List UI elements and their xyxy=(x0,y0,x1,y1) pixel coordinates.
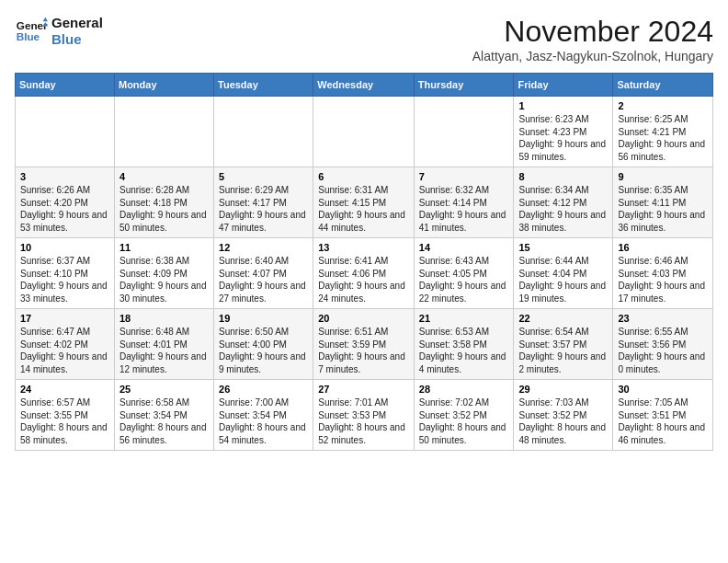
day-info: Sunrise: 6:55 AMSunset: 3:56 PMDaylight:… xyxy=(618,326,708,375)
weekday-header-sunday: Sunday xyxy=(16,74,115,97)
week-row-3: 10Sunrise: 6:37 AMSunset: 4:10 PMDayligh… xyxy=(16,238,713,309)
calendar-cell: 27Sunrise: 7:01 AMSunset: 3:53 PMDayligh… xyxy=(313,380,415,451)
day-number: 5 xyxy=(219,171,308,182)
calendar-cell xyxy=(16,97,115,167)
day-number: 13 xyxy=(318,242,409,253)
day-info: Sunrise: 6:46 AMSunset: 4:03 PMDaylight:… xyxy=(618,255,708,304)
calendar-cell: 1Sunrise: 6:23 AMSunset: 4:23 PMDaylight… xyxy=(514,97,613,167)
day-info: Sunrise: 7:05 AMSunset: 3:51 PMDaylight:… xyxy=(618,396,708,446)
calendar-cell: 3Sunrise: 6:26 AMSunset: 4:20 PMDaylight… xyxy=(16,167,115,238)
calendar-cell: 30Sunrise: 7:05 AMSunset: 3:51 PMDayligh… xyxy=(613,380,713,451)
day-number: 17 xyxy=(20,313,109,324)
calendar-cell: 9Sunrise: 6:35 AMSunset: 4:11 PMDaylight… xyxy=(613,167,713,238)
calendar-cell: 20Sunrise: 6:51 AMSunset: 3:59 PMDayligh… xyxy=(313,309,415,380)
calendar-cell xyxy=(214,97,313,167)
day-info: Sunrise: 6:54 AMSunset: 3:57 PMDaylight:… xyxy=(518,326,608,375)
day-info: Sunrise: 6:50 AMSunset: 4:00 PMDaylight:… xyxy=(219,326,308,375)
day-number: 14 xyxy=(419,242,509,253)
day-info: Sunrise: 6:48 AMSunset: 4:01 PMDaylight:… xyxy=(119,326,209,375)
day-number: 11 xyxy=(119,242,209,253)
day-number: 29 xyxy=(518,384,608,395)
day-number: 8 xyxy=(518,171,608,182)
day-number: 1 xyxy=(518,100,608,111)
day-number: 16 xyxy=(618,242,708,253)
weekday-header-saturday: Saturday xyxy=(613,74,713,97)
calendar-cell: 6Sunrise: 6:31 AMSunset: 4:15 PMDaylight… xyxy=(313,167,415,238)
weekday-header-row: SundayMondayTuesdayWednesdayThursdayFrid… xyxy=(16,74,713,97)
calendar-table: SundayMondayTuesdayWednesdayThursdayFrid… xyxy=(15,73,713,451)
calendar-cell: 14Sunrise: 6:43 AMSunset: 4:05 PMDayligh… xyxy=(414,238,514,309)
day-number: 22 xyxy=(518,313,608,324)
day-info: Sunrise: 6:32 AMSunset: 4:14 PMDaylight:… xyxy=(419,184,509,234)
weekday-header-tuesday: Tuesday xyxy=(214,74,313,97)
day-number: 20 xyxy=(318,313,409,324)
calendar-cell xyxy=(114,97,213,167)
day-number: 24 xyxy=(20,384,109,395)
weekday-header-friday: Friday xyxy=(514,74,613,97)
calendar-cell: 28Sunrise: 7:02 AMSunset: 3:52 PMDayligh… xyxy=(414,380,514,451)
weekday-header-thursday: Thursday xyxy=(414,74,514,97)
calendar-cell: 10Sunrise: 6:37 AMSunset: 4:10 PMDayligh… xyxy=(16,238,115,309)
day-info: Sunrise: 6:43 AMSunset: 4:05 PMDaylight:… xyxy=(419,255,509,304)
day-info: Sunrise: 6:31 AMSunset: 4:15 PMDaylight:… xyxy=(318,184,409,234)
day-info: Sunrise: 6:25 AMSunset: 4:21 PMDaylight:… xyxy=(618,113,708,163)
week-row-5: 24Sunrise: 6:57 AMSunset: 3:55 PMDayligh… xyxy=(16,380,713,451)
calendar-cell: 8Sunrise: 6:34 AMSunset: 4:12 PMDaylight… xyxy=(514,167,613,238)
day-number: 12 xyxy=(219,242,308,253)
day-info: Sunrise: 6:28 AMSunset: 4:18 PMDaylight:… xyxy=(119,184,209,234)
day-number: 18 xyxy=(119,313,209,324)
logo-icon: General Blue xyxy=(15,15,48,48)
calendar-cell xyxy=(414,97,514,167)
day-info: Sunrise: 7:02 AMSunset: 3:52 PMDaylight:… xyxy=(419,396,509,446)
day-number: 30 xyxy=(618,384,708,395)
calendar-cell: 11Sunrise: 6:38 AMSunset: 4:09 PMDayligh… xyxy=(114,238,213,309)
day-number: 25 xyxy=(119,384,209,395)
day-info: Sunrise: 6:29 AMSunset: 4:17 PMDaylight:… xyxy=(219,184,308,234)
calendar-cell: 21Sunrise: 6:53 AMSunset: 3:58 PMDayligh… xyxy=(414,309,514,380)
day-info: Sunrise: 7:03 AMSunset: 3:52 PMDaylight:… xyxy=(518,396,608,446)
day-number: 28 xyxy=(419,384,509,395)
day-info: Sunrise: 6:38 AMSunset: 4:09 PMDaylight:… xyxy=(119,255,209,304)
day-number: 27 xyxy=(318,384,409,395)
day-info: Sunrise: 7:01 AMSunset: 3:53 PMDaylight:… xyxy=(318,396,409,446)
calendar-cell: 22Sunrise: 6:54 AMSunset: 3:57 PMDayligh… xyxy=(514,309,613,380)
day-number: 9 xyxy=(618,171,708,182)
day-info: Sunrise: 6:44 AMSunset: 4:04 PMDaylight:… xyxy=(518,255,608,304)
day-info: Sunrise: 6:26 AMSunset: 4:20 PMDaylight:… xyxy=(20,184,109,234)
day-number: 15 xyxy=(518,242,608,253)
day-info: Sunrise: 7:00 AMSunset: 3:54 PMDaylight:… xyxy=(219,396,308,446)
weekday-header-wednesday: Wednesday xyxy=(313,74,415,97)
svg-text:Blue: Blue xyxy=(17,30,40,42)
calendar-cell: 4Sunrise: 6:28 AMSunset: 4:18 PMDaylight… xyxy=(114,167,213,238)
day-number: 7 xyxy=(419,171,509,182)
week-row-4: 17Sunrise: 6:47 AMSunset: 4:02 PMDayligh… xyxy=(16,309,713,380)
day-number: 26 xyxy=(219,384,308,395)
calendar-cell: 5Sunrise: 6:29 AMSunset: 4:17 PMDaylight… xyxy=(214,167,313,238)
day-info: Sunrise: 6:37 AMSunset: 4:10 PMDaylight:… xyxy=(20,255,109,304)
calendar-cell: 15Sunrise: 6:44 AMSunset: 4:04 PMDayligh… xyxy=(514,238,613,309)
day-info: Sunrise: 6:23 AMSunset: 4:23 PMDaylight:… xyxy=(518,113,608,163)
calendar-cell: 23Sunrise: 6:55 AMSunset: 3:56 PMDayligh… xyxy=(613,309,713,380)
day-number: 21 xyxy=(419,313,509,324)
header: General Blue General Blue November 2024 … xyxy=(15,15,713,63)
calendar-cell: 25Sunrise: 6:58 AMSunset: 3:54 PMDayligh… xyxy=(114,380,213,451)
logo: General Blue General Blue xyxy=(15,15,103,48)
day-number: 3 xyxy=(20,171,109,182)
day-info: Sunrise: 6:40 AMSunset: 4:07 PMDaylight:… xyxy=(219,255,308,304)
day-number: 6 xyxy=(318,171,409,182)
week-row-1: 1Sunrise: 6:23 AMSunset: 4:23 PMDaylight… xyxy=(16,97,713,167)
logo-text-line2: Blue xyxy=(51,31,103,48)
calendar-cell xyxy=(313,97,415,167)
logo-text-line1: General xyxy=(51,15,103,31)
day-number: 4 xyxy=(119,171,209,182)
weekday-header-monday: Monday xyxy=(114,74,213,97)
day-info: Sunrise: 6:53 AMSunset: 3:58 PMDaylight:… xyxy=(419,326,509,375)
calendar-cell: 26Sunrise: 7:00 AMSunset: 3:54 PMDayligh… xyxy=(214,380,313,451)
day-info: Sunrise: 6:34 AMSunset: 4:12 PMDaylight:… xyxy=(518,184,608,234)
day-number: 19 xyxy=(219,313,308,324)
calendar-cell: 16Sunrise: 6:46 AMSunset: 4:03 PMDayligh… xyxy=(613,238,713,309)
calendar-cell: 7Sunrise: 6:32 AMSunset: 4:14 PMDaylight… xyxy=(414,167,514,238)
calendar-cell: 24Sunrise: 6:57 AMSunset: 3:55 PMDayligh… xyxy=(16,380,115,451)
day-number: 23 xyxy=(618,313,708,324)
calendar-cell: 18Sunrise: 6:48 AMSunset: 4:01 PMDayligh… xyxy=(114,309,213,380)
